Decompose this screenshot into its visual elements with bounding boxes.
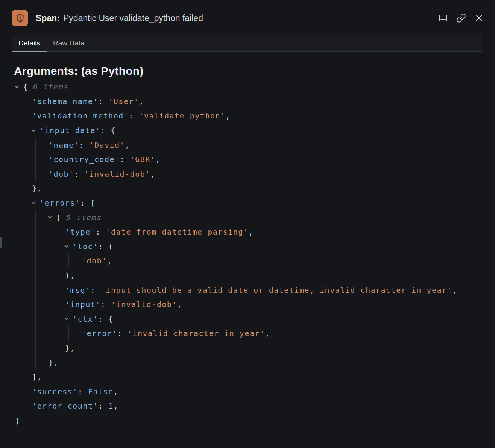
code-token: 'type' [65, 227, 96, 236]
code-token: 'input_data' [39, 126, 101, 135]
code-token: : [ [80, 198, 96, 207]
code-line: 'type': 'date_from_datetime_parsing', [14, 225, 495, 239]
panel-header: Span:Pydantic User validate_python faile… [0, 0, 495, 33]
copy-link-button[interactable] [456, 12, 467, 24]
code-token: : [129, 111, 139, 120]
code-line: 'name': 'David', [14, 138, 495, 152]
code-token: : [101, 300, 111, 309]
code-token: , [107, 256, 112, 265]
code-token: 'loc' [73, 242, 98, 251]
code-line: } [14, 413, 495, 428]
tab-bar: Details Raw Data [12, 35, 482, 52]
indent-guide [19, 94, 19, 413]
code-token: , [265, 329, 270, 338]
indent-guide [52, 225, 52, 355]
code-token: 5 items [66, 213, 102, 222]
code-line: 'input_data': { [14, 123, 495, 138]
code-token: 'date_from_datetime_parsing' [106, 227, 248, 236]
code-token: } [15, 416, 21, 425]
code-line: 'msg': 'Input should be a valid date or … [14, 283, 495, 297]
collapse-chevron-icon[interactable] [65, 239, 73, 254]
code-token: 'error' [82, 329, 117, 338]
code-tree: { 6 items'schema_name': 'User','validati… [14, 80, 495, 428]
tab-details[interactable]: Details [12, 35, 47, 51]
span-title-text: Pydantic User validate_python failed [63, 13, 203, 23]
code-token: 'invalid-dob' [111, 300, 177, 309]
code-token: , [114, 401, 119, 410]
panel-title: Span:Pydantic User validate_python faile… [36, 13, 203, 23]
indent-guide [35, 210, 36, 370]
span-detail-panel: Span:Pydantic User validate_python faile… [0, 0, 495, 448]
code-token: }, [49, 358, 59, 367]
code-line: ], [14, 370, 495, 384]
code-token: ], [32, 372, 42, 381]
collapse-chevron-icon[interactable] [15, 80, 23, 94]
link-icon [456, 13, 466, 23]
code-token: 'GBR' [130, 155, 156, 164]
code-line: 'schema_name': 'User', [14, 94, 495, 109]
code-token: 'schema_name' [32, 97, 98, 106]
code-token: False [88, 387, 114, 396]
code-token: { [56, 213, 66, 222]
code-token: 'error_count' [32, 401, 98, 410]
code-token: : [78, 387, 88, 396]
code-line: 'ctx': { [14, 312, 495, 327]
code-token: 'invalid-dob' [84, 170, 150, 179]
code-token: : [79, 141, 89, 150]
dock-panel-button[interactable] [437, 12, 449, 24]
code-line: }, [14, 355, 495, 370]
collapse-chevron-icon[interactable] [32, 123, 39, 138]
code-token: : { [101, 126, 116, 135]
code-line: 'error_count': 1, [14, 399, 495, 413]
code-token: : [98, 97, 108, 106]
code-token: , [177, 300, 182, 309]
indent-guide [35, 138, 36, 181]
code-token: 'User' [108, 97, 139, 106]
code-token: : [120, 155, 130, 164]
code-token: , [226, 111, 231, 120]
code-token: , [139, 97, 144, 106]
severity-badge [12, 10, 28, 26]
collapse-chevron-icon[interactable] [32, 196, 39, 210]
code-token: , [155, 155, 161, 164]
code-line: 'success': False, [14, 384, 495, 399]
code-token: , [114, 387, 119, 396]
indent-guide [68, 326, 69, 341]
code-line: 'validation_method': 'validate_python', [14, 109, 495, 123]
collapse-chevron-icon[interactable] [65, 312, 73, 327]
code-token: : [117, 329, 128, 338]
tab-raw-data[interactable]: Raw Data [47, 35, 91, 51]
code-token: , [249, 227, 254, 236]
code-token: 'name' [49, 141, 79, 150]
arguments-heading: Arguments: (as Python) [14, 65, 495, 77]
shield-alert-icon [15, 13, 25, 23]
panel-resize-handle[interactable] [0, 237, 2, 248]
code-token: 1 [108, 401, 114, 410]
code-token: 'invalid character in year' [128, 329, 265, 338]
code-line: 'errors': [ [14, 196, 495, 210]
code-token: : [91, 286, 101, 295]
code-token: : ( [98, 242, 114, 251]
code-token: { [23, 82, 33, 91]
code-line: { 6 items [14, 80, 495, 94]
code-token: }, [65, 344, 75, 353]
code-token: 6 items [33, 82, 69, 91]
dock-panel-icon [438, 13, 448, 23]
code-token: 'validate_python' [139, 111, 225, 120]
code-token: 'Input should be a valid date or datetim… [101, 286, 452, 295]
code-line: { 5 items [14, 210, 495, 225]
code-token: }, [32, 184, 42, 193]
code-token: 'success' [32, 387, 78, 396]
header-actions [437, 12, 485, 24]
code-token: 'errors' [39, 198, 80, 207]
code-line: 'dob', [14, 254, 495, 268]
close-button[interactable] [474, 12, 485, 24]
collapse-chevron-icon[interactable] [49, 210, 56, 225]
code-line: 'input': 'invalid-dob', [14, 297, 495, 312]
code-token: 'country_code' [49, 155, 120, 164]
code-line: 'loc': ( [14, 239, 495, 254]
code-token: : { [98, 315, 114, 324]
code-token: , [452, 286, 457, 295]
code-token: 'input' [65, 300, 101, 309]
code-token: 'dob' [82, 256, 107, 265]
